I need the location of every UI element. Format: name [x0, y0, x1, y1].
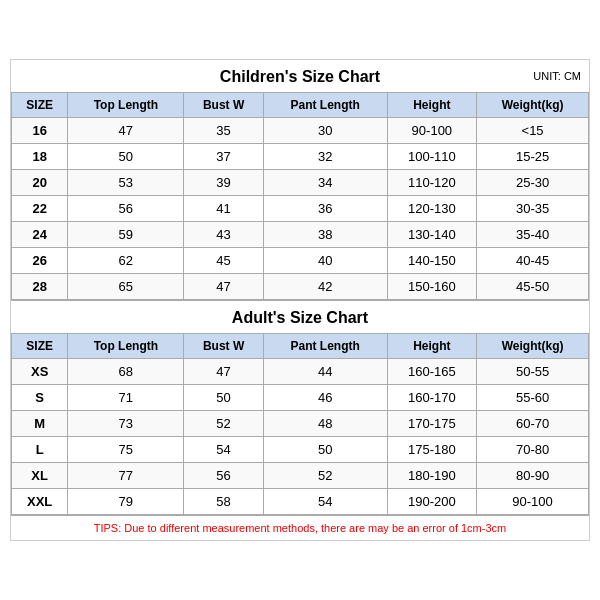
table-cell: 56: [184, 463, 264, 489]
table-cell: 58: [184, 489, 264, 515]
adult-header-cell: SIZE: [12, 334, 68, 359]
tips-content: TIPS: Due to different measurement metho…: [94, 522, 506, 534]
table-cell: 110-120: [387, 170, 477, 196]
table-cell: 90-100: [477, 489, 589, 515]
table-cell: 36: [263, 196, 387, 222]
table-cell: XS: [12, 359, 68, 385]
table-cell: 130-140: [387, 222, 477, 248]
table-cell: 26: [12, 248, 68, 274]
table-cell: 47: [68, 118, 184, 144]
table-row: 24594338130-14035-40: [12, 222, 589, 248]
children-title-text: Children's Size Chart: [220, 68, 380, 85]
table-cell: 45-50: [477, 274, 589, 300]
adult-header-cell: Top Length: [68, 334, 184, 359]
adult-title-text: Adult's Size Chart: [232, 309, 368, 326]
table-cell: 75: [68, 437, 184, 463]
table-cell: 53: [68, 170, 184, 196]
table-cell: 79: [68, 489, 184, 515]
table-cell: 160-165: [387, 359, 477, 385]
table-row: XXL795854190-20090-100: [12, 489, 589, 515]
unit-label: UNIT: CM: [533, 70, 581, 82]
table-cell: 15-25: [477, 144, 589, 170]
table-row: XS684744160-16550-55: [12, 359, 589, 385]
table-cell: 48: [263, 411, 387, 437]
table-row: 28654742150-16045-50: [12, 274, 589, 300]
table-cell: 140-150: [387, 248, 477, 274]
table-row: 20533934110-12025-30: [12, 170, 589, 196]
children-header-cell: SIZE: [12, 93, 68, 118]
table-cell: 170-175: [387, 411, 477, 437]
children-header-row: SIZETop LengthBust WPant LengthHeightWei…: [12, 93, 589, 118]
table-cell: 28: [12, 274, 68, 300]
table-row: XL775652180-19080-90: [12, 463, 589, 489]
table-row: 22564136120-13030-35: [12, 196, 589, 222]
table-cell: 16: [12, 118, 68, 144]
table-cell: 45: [184, 248, 264, 274]
table-cell: 47: [184, 359, 264, 385]
table-cell: 71: [68, 385, 184, 411]
children-title: Children's Size Chart UNIT: CM: [11, 60, 589, 92]
children-header-cell: Top Length: [68, 93, 184, 118]
table-cell: 46: [263, 385, 387, 411]
table-cell: 56: [68, 196, 184, 222]
table-cell: 100-110: [387, 144, 477, 170]
table-cell: S: [12, 385, 68, 411]
table-cell: 54: [184, 437, 264, 463]
table-cell: 55-60: [477, 385, 589, 411]
table-cell: 180-190: [387, 463, 477, 489]
table-row: L755450175-18070-80: [12, 437, 589, 463]
table-cell: 44: [263, 359, 387, 385]
table-cell: 77: [68, 463, 184, 489]
table-cell: 35: [184, 118, 264, 144]
table-cell: 120-130: [387, 196, 477, 222]
table-cell: 18: [12, 144, 68, 170]
table-cell: 68: [68, 359, 184, 385]
table-cell: 50: [184, 385, 264, 411]
table-row: M735248170-17560-70: [12, 411, 589, 437]
table-cell: 80-90: [477, 463, 589, 489]
table-cell: 34: [263, 170, 387, 196]
adult-table: SIZETop LengthBust WPant LengthHeightWei…: [11, 333, 589, 515]
table-cell: 52: [184, 411, 264, 437]
table-cell: <15: [477, 118, 589, 144]
table-cell: 50: [68, 144, 184, 170]
table-cell: 30-35: [477, 196, 589, 222]
children-header-cell: Height: [387, 93, 477, 118]
table-cell: 39: [184, 170, 264, 196]
table-cell: 42: [263, 274, 387, 300]
table-cell: 38: [263, 222, 387, 248]
children-header-cell: Bust W: [184, 93, 264, 118]
table-row: S715046160-17055-60: [12, 385, 589, 411]
table-cell: 47: [184, 274, 264, 300]
children-table: SIZETop LengthBust WPant LengthHeightWei…: [11, 92, 589, 300]
table-cell: 32: [263, 144, 387, 170]
adult-header-cell: Weight(kg): [477, 334, 589, 359]
table-cell: 54: [263, 489, 387, 515]
table-cell: 30: [263, 118, 387, 144]
table-cell: 41: [184, 196, 264, 222]
table-cell: 40: [263, 248, 387, 274]
table-cell: 35-40: [477, 222, 589, 248]
table-cell: 20: [12, 170, 68, 196]
adult-header-cell: Pant Length: [263, 334, 387, 359]
table-cell: 150-160: [387, 274, 477, 300]
table-row: 1647353090-100<15: [12, 118, 589, 144]
table-cell: 65: [68, 274, 184, 300]
adult-section: Adult's Size Chart SIZETop LengthBust WP…: [11, 300, 589, 515]
table-cell: 50: [263, 437, 387, 463]
adult-header-cell: Bust W: [184, 334, 264, 359]
table-cell: M: [12, 411, 68, 437]
table-cell: 73: [68, 411, 184, 437]
children-header-cell: Weight(kg): [477, 93, 589, 118]
table-cell: 190-200: [387, 489, 477, 515]
table-cell: 60-70: [477, 411, 589, 437]
chart-container: Children's Size Chart UNIT: CM SIZETop L…: [10, 59, 590, 541]
table-cell: 90-100: [387, 118, 477, 144]
table-cell: 24: [12, 222, 68, 248]
table-cell: 52: [263, 463, 387, 489]
table-cell: XL: [12, 463, 68, 489]
table-cell: 59: [68, 222, 184, 248]
table-cell: 70-80: [477, 437, 589, 463]
adult-title: Adult's Size Chart: [11, 300, 589, 333]
table-cell: 62: [68, 248, 184, 274]
